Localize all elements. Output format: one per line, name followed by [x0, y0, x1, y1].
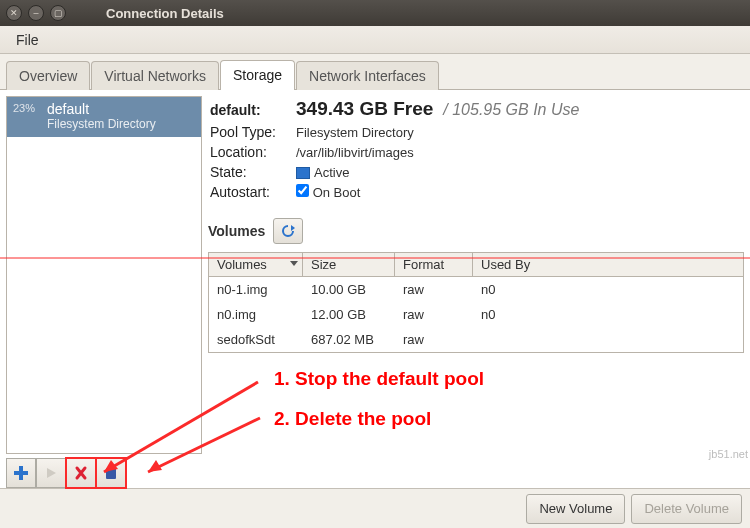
pool-usage-percent: 23%: [13, 102, 35, 114]
window-maximize-icon[interactable]: ▢: [50, 5, 66, 21]
col-format[interactable]: Format: [395, 253, 473, 276]
window-title: Connection Details: [106, 6, 224, 21]
detail-in-use: / 105.95 GB In Use: [443, 101, 579, 119]
svg-rect-1: [14, 471, 28, 475]
vol-size: 687.02 MB: [303, 327, 395, 352]
volumes-title: Volumes: [208, 223, 265, 239]
state-value: Active: [296, 165, 349, 180]
menu-file[interactable]: File: [8, 29, 47, 51]
pool-type-label: Pool Type:: [210, 124, 286, 140]
delete-volume-button[interactable]: Delete Volume: [631, 494, 742, 524]
state-text: Active: [314, 165, 349, 180]
menubar: File: [0, 26, 750, 54]
volume-action-bar: New Volume Delete Volume: [0, 488, 750, 528]
vol-name: sedofkSdt: [209, 327, 303, 352]
volumes-table: Volumes Size Format Used By n0-1.img 10.…: [208, 252, 744, 353]
tabstrip: Overview Virtual Networks Storage Networ…: [0, 54, 750, 90]
tab-network-interfaces[interactable]: Network Interfaces: [296, 61, 439, 90]
autostart-label: Autostart:: [210, 184, 286, 200]
pool-name: default: [47, 101, 193, 117]
autostart-text: On Boot: [313, 185, 361, 200]
detail-name-label: default:: [210, 102, 286, 118]
vol-used-by: n0: [473, 302, 743, 327]
delete-pool-button[interactable]: [96, 458, 126, 488]
autostart-checkbox[interactable]: [296, 184, 309, 197]
col-size[interactable]: Size: [303, 253, 395, 276]
pool-toolbar: [6, 458, 202, 488]
pool-detail: default: 349.43 GB Free / 105.95 GB In U…: [208, 96, 744, 488]
col-used-by[interactable]: Used By: [473, 253, 743, 276]
svg-rect-3: [106, 468, 116, 479]
svg-marker-5: [291, 225, 295, 231]
pool-list: 23% default Filesystem Directory: [6, 96, 202, 454]
autostart-value: On Boot: [296, 184, 360, 200]
pool-subtitle: Filesystem Directory: [47, 117, 193, 131]
sort-desc-icon: [290, 261, 298, 266]
vol-size: 12.00 GB: [303, 302, 395, 327]
stop-pool-button[interactable]: [66, 458, 96, 488]
vol-used-by: n0: [473, 277, 743, 302]
table-row[interactable]: n0-1.img 10.00 GB raw n0: [209, 277, 743, 302]
volumes-header: Volumes: [208, 216, 744, 246]
new-volume-button[interactable]: New Volume: [526, 494, 625, 524]
svg-rect-4: [108, 466, 114, 469]
vol-name: n0.img: [209, 302, 303, 327]
start-pool-button[interactable]: [36, 458, 66, 488]
tab-overview[interactable]: Overview: [6, 61, 90, 90]
pool-type-value: Filesystem Directory: [296, 125, 414, 140]
storage-pane: 23% default Filesystem Directory default: [0, 90, 750, 488]
tab-storage[interactable]: Storage: [220, 60, 295, 90]
window-titlebar: ✕ – ▢ Connection Details: [0, 0, 750, 26]
stop-icon: [73, 465, 89, 481]
refresh-volumes-button[interactable]: [273, 218, 303, 244]
location-value: /var/lib/libvirt/images: [296, 145, 414, 160]
trash-icon: [103, 465, 119, 481]
vol-format: raw: [395, 302, 473, 327]
vol-format: raw: [395, 277, 473, 302]
vol-size: 10.00 GB: [303, 277, 395, 302]
window-close-icon[interactable]: ✕: [6, 5, 22, 21]
pool-item-default[interactable]: 23% default Filesystem Directory: [7, 97, 201, 137]
vol-name: n0-1.img: [209, 277, 303, 302]
tab-virtual-networks[interactable]: Virtual Networks: [91, 61, 219, 90]
col-volumes[interactable]: Volumes: [209, 253, 303, 276]
state-label: State:: [210, 164, 286, 180]
table-row[interactable]: n0.img 12.00 GB raw n0: [209, 302, 743, 327]
pool-sidebar: 23% default Filesystem Directory: [6, 96, 202, 488]
play-icon: [44, 466, 58, 480]
col-volumes-label: Volumes: [217, 257, 267, 272]
vol-used-by: [473, 327, 743, 352]
state-active-icon: [296, 167, 310, 179]
refresh-icon: [280, 223, 296, 239]
location-label: Location:: [210, 144, 286, 160]
plus-icon: [13, 465, 29, 481]
volumes-table-header: Volumes Size Format Used By: [209, 253, 743, 277]
add-pool-button[interactable]: [6, 458, 36, 488]
svg-marker-2: [47, 468, 56, 478]
window-minimize-icon[interactable]: –: [28, 5, 44, 21]
detail-free: 349.43 GB Free: [296, 98, 433, 120]
vol-format: raw: [395, 327, 473, 352]
table-row[interactable]: sedofkSdt 687.02 MB raw: [209, 327, 743, 352]
